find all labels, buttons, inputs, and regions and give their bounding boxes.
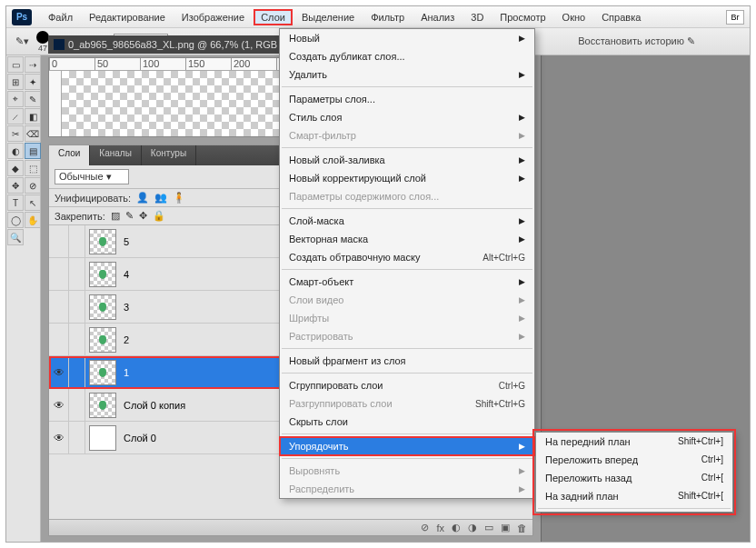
menu-item[interactable]: Упорядочить▶ <box>280 437 534 455</box>
panel-footer-icon[interactable]: ◑ <box>468 522 477 533</box>
panel-footer-icon[interactable]: ◐ <box>452 522 461 533</box>
lock-pixels-icon[interactable]: ✎ <box>125 210 134 222</box>
visibility-toggle[interactable] <box>49 291 69 323</box>
menu-фильтр[interactable]: Фильтр <box>363 9 412 25</box>
layers-panel-footer: ⊘fx◐◑▭▣🗑 <box>49 519 532 535</box>
brush-preview[interactable] <box>36 31 49 44</box>
panel-tab-Слои[interactable]: Слои <box>49 145 90 165</box>
blend-mode-select[interactable]: Обычные ▾ <box>55 169 129 184</box>
panel-tab-Контуры[interactable]: Контуры <box>142 145 196 165</box>
menu-item[interactable]: Новый▶ <box>280 29 534 47</box>
menu-item[interactable]: Векторная маска▶ <box>280 230 534 248</box>
lock-label: Закрепить: <box>55 211 105 222</box>
tool-0[interactable]: ▭ <box>7 56 24 73</box>
menu-item: Разгруппировать слоиShift+Ctrl+G <box>280 394 534 413</box>
submenu-item[interactable]: На задний планShift+Ctrl+[ <box>536 487 732 505</box>
visibility-toggle[interactable]: 👁 <box>49 389 69 421</box>
tool-3[interactable]: ✦ <box>25 74 41 90</box>
lock-all-icon[interactable]: 🔒 <box>153 210 165 222</box>
tool-2[interactable]: ⊞ <box>7 74 24 90</box>
menu-item[interactable]: Скрыть слои <box>280 413 534 431</box>
menu-редактирование[interactable]: Редактирование <box>82 9 173 25</box>
menu-слои[interactable]: Слои <box>254 9 293 25</box>
menu-item[interactable]: Слой-маска▶ <box>280 212 534 230</box>
unify-label: Унифицировать: <box>55 193 131 204</box>
tool-10[interactable]: ◐ <box>7 143 24 159</box>
tool-7[interactable]: ◧ <box>25 108 41 125</box>
layer-thumbnail[interactable] <box>89 294 116 320</box>
menu-item[interactable]: Сгруппировать слоиCtrl+G <box>280 376 534 394</box>
brush-size: 47 <box>38 44 47 53</box>
visibility-toggle[interactable]: 👁 <box>49 422 69 453</box>
menu-изображение[interactable]: Изображение <box>174 9 252 25</box>
tool-1[interactable]: ⇢ <box>25 56 41 73</box>
submenu-item[interactable]: Переложить впередCtrl+] <box>536 451 732 469</box>
document-tab[interactable]: 0_ab965_98656a83_XL.png @ 66,7% (1, RGB <box>48 35 295 54</box>
panel-footer-icon[interactable]: fx <box>436 523 444 533</box>
tool-19[interactable]: ✋ <box>25 212 41 228</box>
menu-просмотр[interactable]: Просмотр <box>492 9 552 25</box>
lock-position-icon[interactable]: ✥ <box>139 210 147 222</box>
tool-12[interactable]: ◆ <box>7 160 24 176</box>
ruler-vertical <box>49 71 62 136</box>
menu-item[interactable]: Параметры слоя... <box>280 90 534 108</box>
tool-8[interactable]: ✂ <box>7 125 24 142</box>
menu-item: Выровнять▶ <box>280 462 534 480</box>
visibility-toggle[interactable] <box>49 258 69 290</box>
menu-выделение[interactable]: Выделение <box>294 9 362 25</box>
layer-menu-dropdown: Новый▶Создать дубликат слоя...Удалить▶Па… <box>279 28 535 499</box>
unify-icon[interactable]: 👥 <box>154 192 167 204</box>
menu-анализ[interactable]: Анализ <box>413 9 462 25</box>
menu-item[interactable]: Смарт-объект▶ <box>280 273 534 291</box>
bridge-button[interactable]: Br <box>726 10 744 25</box>
visibility-toggle[interactable] <box>49 225 69 257</box>
tool-11[interactable]: ▤ <box>25 143 41 159</box>
unify-icon[interactable]: 👤 <box>136 192 149 204</box>
visibility-toggle[interactable] <box>49 324 69 355</box>
submenu-item[interactable]: Переложить назадCtrl+[ <box>536 469 732 487</box>
lock-transparent-icon[interactable]: ▨ <box>111 210 120 222</box>
menu-item[interactable]: Стиль слоя▶ <box>280 108 534 126</box>
submenu-item[interactable]: На передний планShift+Ctrl+] <box>536 433 732 451</box>
panel-tab-Каналы[interactable]: Каналы <box>90 145 142 165</box>
tool-14[interactable]: ✥ <box>7 177 24 194</box>
menu-item[interactable]: Новый слой-заливка▶ <box>280 151 534 169</box>
layer-thumbnail[interactable] <box>89 393 116 418</box>
menu-item: Растрировать▶ <box>280 327 534 345</box>
menu-item[interactable]: Удалить▶ <box>280 65 534 84</box>
layer-thumbnail[interactable] <box>89 425 116 451</box>
tool-4[interactable]: ⌖ <box>7 91 24 107</box>
layer-thumbnail[interactable] <box>89 229 116 254</box>
tool-15[interactable]: ⊘ <box>25 177 41 194</box>
menu-файл[interactable]: Файл <box>41 9 80 25</box>
menu-item[interactable]: Новый фрагмент из слоя <box>280 352 534 370</box>
tool-20[interactable]: 🔍 <box>7 229 24 245</box>
visibility-toggle[interactable]: 👁 <box>49 356 69 388</box>
menu-item[interactable]: Создать обтравочную маскуAlt+Ctrl+G <box>280 248 534 266</box>
layer-thumbnail[interactable] <box>89 360 116 385</box>
tool-6[interactable]: ⟋ <box>7 108 24 125</box>
tool-13[interactable]: ⬚ <box>25 160 41 176</box>
arrange-submenu: На передний планShift+Ctrl+]Переложить в… <box>535 432 733 513</box>
tool-16[interactable]: T <box>7 194 24 211</box>
menu-3d[interactable]: 3D <box>463 9 491 25</box>
tool-18[interactable]: ◯ <box>7 212 24 228</box>
tool-5[interactable]: ✎ <box>25 91 41 107</box>
restore-history[interactable]: Восстановить историю ✎ <box>578 35 695 47</box>
menu-окно[interactable]: Окно <box>555 9 593 25</box>
panel-footer-icon[interactable]: ▭ <box>484 522 493 533</box>
panel-footer-icon[interactable]: 🗑 <box>517 523 527 533</box>
layer-thumbnail[interactable] <box>89 327 116 353</box>
tool-9[interactable]: ⌫ <box>25 125 41 142</box>
panel-footer-icon[interactable]: ▣ <box>501 522 510 533</box>
tool-preset-icon[interactable]: ✎▾ <box>15 35 29 47</box>
panel-footer-icon[interactable]: ⊘ <box>421 522 429 533</box>
menu-item: Распределить▶ <box>280 480 534 498</box>
tools-panel: ▭⇢⊞✦⌖✎⟋◧✂⌫◐▤◆⬚✥⊘T↖◯✋🔍 <box>6 55 41 542</box>
menu-item[interactable]: Создать дубликат слоя... <box>280 47 534 65</box>
layer-thumbnail[interactable] <box>89 262 116 287</box>
unify-icon[interactable]: 🧍 <box>173 192 185 204</box>
menu-справка[interactable]: Справка <box>594 9 648 25</box>
tool-17[interactable]: ↖ <box>25 194 41 211</box>
menu-item[interactable]: Новый корректирующий слой▶ <box>280 169 534 187</box>
